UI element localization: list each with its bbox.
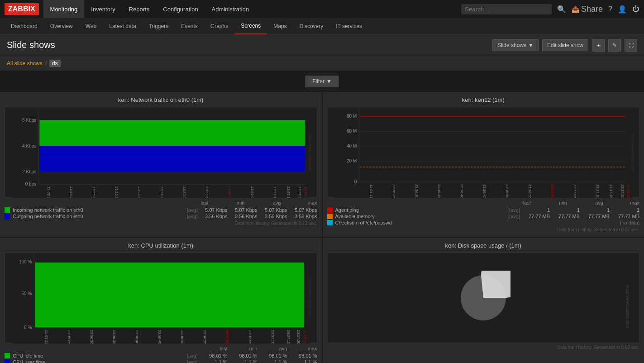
ken12-type-1: [avg] bbox=[493, 214, 520, 219]
content-grid: ken: Network traffic on eth0 (1m) 6 Kbps… bbox=[0, 92, 644, 363]
svg-rect-13 bbox=[39, 146, 305, 172]
cpu-chart-panel: ken: CPU utilization (1m) 100 % 50 % 0 %… bbox=[0, 238, 322, 363]
nav-web[interactable]: Web bbox=[79, 18, 103, 34]
top-navigation: ZABBIX Monitoring Inventory Reports Conf… bbox=[0, 0, 644, 18]
svg-text:23:37:00: 23:37:00 bbox=[228, 186, 232, 198]
share-icon: 📤 bbox=[572, 5, 579, 13]
network-chart-svg: 6 Kbps 4 Kbps 2 Kbps 0 bps 11-03 23:36 2… bbox=[5, 107, 317, 198]
svg-text:23:36:45: 23:36:45 bbox=[157, 330, 162, 344]
svg-text:0 bps: 0 bps bbox=[25, 182, 36, 186]
svg-text:23:37:00: 23:37:00 bbox=[225, 330, 229, 344]
ken12-chart-panel: ken: ken12 (1m) 80 M 60 M 40 M 20 M 0 bbox=[323, 92, 644, 237]
nav-monitoring[interactable]: Monitoring bbox=[43, 0, 85, 18]
svg-text:0 %: 0 % bbox=[24, 325, 32, 330]
ken12-color-0 bbox=[327, 207, 333, 213]
edit-slideshow-button[interactable]: Edit slide show bbox=[542, 39, 588, 51]
network-chart-title: ken: Network traffic on eth0 (1m) bbox=[5, 96, 317, 103]
ken12-legend-header: last min avg max bbox=[327, 200, 640, 205]
network-type-1: [avg] bbox=[175, 214, 198, 219]
svg-text:0: 0 bbox=[354, 179, 357, 184]
zabbix-logo: ZABBIX bbox=[5, 3, 39, 15]
network-last-1: 3.56 Kbps bbox=[200, 214, 228, 219]
network-label-1: Outgoing network traffic on eth0 bbox=[13, 214, 172, 219]
cpu-chart-area: 100 % 50 % 0 % 11-03 23:36 23:36:25 23:3… bbox=[5, 253, 317, 343]
search-icon[interactable]: 🔍 bbox=[557, 5, 566, 14]
svg-rect-67 bbox=[35, 263, 304, 327]
nav-events[interactable]: Events bbox=[175, 18, 204, 34]
breadcrumb: All slide shows / ds bbox=[0, 56, 644, 71]
svg-text:23:36:35: 23:36:35 bbox=[112, 330, 116, 344]
nav-graphs[interactable]: Graphs bbox=[204, 18, 234, 34]
ken12-label-2: Checksum of /etc/passwd bbox=[335, 220, 610, 225]
edit-icon-button[interactable]: ✎ bbox=[608, 39, 621, 52]
ken12-legend: last min avg max Agent ping [avg] 1 1 1 … bbox=[327, 200, 640, 232]
network-max-1: 3.56 Kbps bbox=[290, 214, 317, 219]
user-icon[interactable]: 👤 bbox=[618, 5, 627, 14]
svg-text:6 Kbps: 6 Kbps bbox=[22, 118, 36, 123]
nav-latest-data[interactable]: Latest data bbox=[103, 18, 142, 34]
network-header-avg: avg bbox=[254, 200, 281, 205]
fullscreen-button[interactable]: ⛶ bbox=[625, 39, 637, 52]
share-button[interactable]: 📤 Share bbox=[572, 5, 603, 14]
svg-text:23:36:40: 23:36:40 bbox=[135, 330, 139, 344]
svg-text:23:36:55: 23:36:55 bbox=[203, 330, 207, 344]
svg-text:https://www.zabbix.com: https://www.zabbix.com bbox=[308, 134, 312, 172]
disk-chart-title: ken: Disk space usage / (1m) bbox=[327, 242, 640, 249]
svg-text:23:36:40: 23:36:40 bbox=[460, 184, 464, 198]
nav-triggers[interactable]: Triggers bbox=[143, 18, 175, 34]
svg-text:23:37:10: 23:37:10 bbox=[273, 186, 277, 198]
ken12-chart-svg: 80 M 60 M 40 M 20 M 0 11-03 23:36 23:36:… bbox=[328, 107, 639, 198]
svg-text:11-03 23:36: 11-03 23:36 bbox=[369, 184, 373, 198]
main-nav: Monitoring Inventory Reports Configurati… bbox=[43, 0, 461, 18]
network-legend-row-1: Outgoing network traffic on eth0 [avg] 3… bbox=[5, 214, 317, 219]
svg-text:23:37:15: 23:37:15 bbox=[286, 186, 291, 198]
network-header-last: last bbox=[186, 200, 209, 205]
nav-maps[interactable]: Maps bbox=[267, 18, 293, 34]
search-input[interactable] bbox=[461, 4, 552, 14]
cpu-header-max: max bbox=[290, 346, 317, 351]
svg-text:80 M: 80 M bbox=[347, 114, 357, 119]
breadcrumb-all-link[interactable]: All slide shows bbox=[7, 60, 43, 67]
network-min-0: 5.07 Kbps bbox=[230, 207, 258, 213]
svg-text:23:36:45: 23:36:45 bbox=[482, 184, 487, 198]
svg-text:11-03 23:37: 11-03 23:37 bbox=[304, 186, 308, 198]
svg-text:23:37:05: 23:37:05 bbox=[250, 186, 254, 198]
ken12-last-1: 77.77 MB bbox=[523, 214, 550, 219]
chevron-down-icon: ▼ bbox=[528, 42, 534, 48]
nav-administration[interactable]: Administration bbox=[205, 0, 256, 18]
nav-dashboard[interactable]: Dashboard bbox=[5, 18, 44, 34]
nav-inventory[interactable]: Inventory bbox=[84, 0, 122, 18]
svg-text:23:37:10: 23:37:10 bbox=[271, 330, 275, 344]
nav-reports[interactable]: Reports bbox=[122, 0, 157, 18]
add-button[interactable]: + bbox=[592, 39, 605, 52]
svg-text:11-03 23:37: 11-03 23:37 bbox=[303, 330, 307, 344]
nav-overview[interactable]: Overview bbox=[44, 18, 79, 34]
page-title: Slide shows bbox=[7, 40, 492, 50]
dropdown-label: Slide shows bbox=[497, 42, 526, 48]
filter-button[interactable]: Filter ▼ bbox=[305, 76, 339, 87]
nav-it-services[interactable]: IT services bbox=[329, 18, 368, 34]
disk-data-note: Data from history. Generated in 0.02 sec… bbox=[327, 345, 640, 350]
network-legend-header: last min avg max bbox=[5, 200, 317, 205]
network-max-0: 5.07 Kbps bbox=[290, 207, 317, 213]
ken12-header-max: max bbox=[612, 200, 639, 205]
nav-discovery[interactable]: Discovery bbox=[293, 18, 330, 34]
ken12-max-1: 77.77 MB bbox=[612, 214, 639, 219]
slideshows-dropdown[interactable]: Slide shows ▼ bbox=[492, 39, 539, 51]
ken12-header-last: last bbox=[504, 200, 531, 205]
network-legend-row-0: Incoming network traffic on eth0 [avg] 5… bbox=[5, 207, 317, 213]
ken12-min-1: 77.77 MB bbox=[553, 214, 580, 219]
svg-text:https://www.zabbix.com: https://www.zabbix.com bbox=[308, 279, 312, 317]
disk-watermark: https://www.zabbix.com bbox=[625, 285, 630, 329]
cpu-legend-row-1: CPU user time [avg] 1.1 % 1.1 % 1.1 % 1.… bbox=[5, 359, 317, 363]
network-color-1 bbox=[5, 214, 10, 219]
nav-configuration[interactable]: Configuration bbox=[156, 0, 205, 18]
svg-text:11-03 23:36: 11-03 23:36 bbox=[47, 186, 51, 198]
ken12-color-2 bbox=[327, 220, 333, 225]
ken12-type-0: [avg] bbox=[493, 207, 520, 213]
help-icon[interactable]: ? bbox=[608, 5, 612, 13]
nav-screens[interactable]: Screens bbox=[234, 18, 267, 34]
cpu-color-0 bbox=[5, 353, 10, 358]
share-label: Share bbox=[581, 5, 603, 14]
power-icon[interactable]: ⏻ bbox=[632, 5, 639, 13]
